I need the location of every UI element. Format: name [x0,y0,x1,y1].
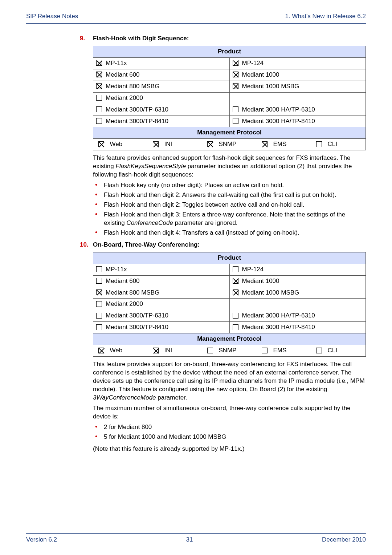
footer-center: 31 [186,536,193,544]
mgmt-checkbox-cell [148,139,162,150]
bullet-item: Flash Hook and then digit 3: Enters a th… [93,211,366,227]
checkbox-icon [153,141,159,147]
bullet-item: Flash Hook key only (no other digit): Pl… [93,181,366,190]
checkbox-icon [207,348,213,353]
product-cell: Mediant 2000 [93,299,230,310]
checkbox-icon [98,141,104,147]
page-header: SIP Release Notes 1. What's New in Relea… [26,12,366,24]
checkbox-icon [96,95,102,101]
mgmt-checkbox-cell [93,139,107,150]
header-right: 1. What's New in Release 6.2 [285,12,366,21]
checkbox-icon [233,106,238,112]
product-label: Mediant 1000 MSBG [242,83,299,90]
checkbox-icon [96,106,102,112]
bullet-item: 5 for Mediant 1000 and Mediant 1000 MSBG [93,433,366,441]
numbered-item: 9.Flash-Hook with Digit Sequence: [80,35,366,43]
checkbox-icon [153,348,159,353]
checkbox-icon [233,266,238,272]
product-label: Mediant 2000 [106,300,143,307]
product-cell: Mediant 3000/TP-6310 [93,104,230,116]
checkbox-icon [96,324,102,330]
item-number: 9. [80,35,93,43]
product-cell: MP-11x [93,57,230,69]
checkbox-icon [262,348,268,353]
item-title: Flash-Hook with Digit Sequence: [93,35,189,43]
bullet-item: 2 for Mediant 800 [93,423,366,432]
checkbox-icon [233,278,238,284]
checkbox-icon [96,60,102,66]
product-label: Mediant 3000 HA/TP-6310 [242,106,315,113]
mgmt-checkbox-cell [257,139,270,150]
product-label: MP-124 [242,266,264,273]
checkbox-icon [96,301,102,307]
product-cell: Mediant 3000 HA/TP-8410 [229,116,366,127]
mgmt-label: INI [162,345,203,356]
product-cell [229,299,366,310]
item-title: On-Board, Three-Way Conferencing: [93,241,200,249]
mgmt-label: CLI [325,139,366,150]
mgmt-checkbox-cell [202,139,216,150]
param-name: ConferenceCode [126,219,173,226]
mgmt-checkbox-cell [93,345,107,356]
note-paragraph: (Note that this feature is already suppo… [93,445,366,453]
product-label: Mediant 800 MSBG [106,289,159,296]
product-cell: Mediant 1000 MSBG [229,287,366,299]
product-cell: Mediant 600 [93,275,230,287]
product-label: Mediant 1000 MSBG [242,289,299,296]
mgmt-checkbox-cell [257,345,270,356]
numbered-item: 10.On-Board, Three-Way Conferencing: [80,241,366,249]
mgmt-label: INI [162,139,203,150]
body-paragraph: This feature provides support for on-boa… [93,360,366,402]
checkbox-icon [233,83,238,89]
checkbox-icon [316,348,322,353]
body-paragraph: The maximum number of simultaneous on-bo… [93,404,366,421]
product-label: Mediant 3000/TP-6310 [106,106,168,113]
product-label: Mediant 1000 [242,278,279,284]
product-cell: Mediant 600 [93,69,230,81]
product-cell: Mediant 3000/TP-8410 [93,116,230,127]
mgmt-checkbox-cell [311,345,325,356]
checkbox-icon [233,324,238,330]
product-cell: MP-124 [229,264,366,275]
product-label: Mediant 800 MSBG [106,83,159,90]
product-label: MP-11x [106,60,127,66]
product-label: Mediant 3000 HA/TP-8410 [242,118,315,125]
checkbox-icon [207,141,213,147]
product-label: Mediant 3000/TP-6310 [106,312,168,319]
product-label: Mediant 3000/TP-8410 [106,118,168,125]
product-cell: Mediant 3000/TP-8410 [93,322,230,333]
product-label: Mediant 1000 [242,71,279,78]
product-header: Product [93,252,366,264]
product-cell: MP-124 [229,57,366,69]
product-cell: Mediant 1000 [229,69,366,81]
checkbox-icon [96,83,102,89]
header-left: SIP Release Notes [26,12,78,21]
mgmt-label: SNMP [216,139,257,150]
bullet-list: 2 for Mediant 8005 for Mediant 1000 and … [93,423,366,441]
product-label: Mediant 3000 HA/TP-8410 [242,324,315,331]
param-name: 3WayConferenceMode [93,394,156,401]
checkbox-icon [233,313,238,319]
product-cell: Mediant 3000 HA/TP-6310 [229,104,366,116]
mgmt-header: Management Protocol [93,127,366,139]
product-cell: Mediant 800 MSBG [93,287,230,299]
mgmt-label: EMS [270,345,311,356]
product-label: MP-124 [242,60,264,66]
product-cell [229,92,366,104]
checkbox-icon [96,118,102,124]
checkbox-icon [233,118,238,124]
checkbox-icon [262,141,268,147]
mgmt-header: Management Protocol [93,333,366,345]
mgmt-label: EMS [270,139,311,150]
checkbox-icon [233,289,238,295]
product-cell: Mediant 3000 HA/TP-6310 [229,310,366,322]
product-label: Mediant 3000 HA/TP-6310 [242,312,315,319]
mgmt-label: SNMP [216,345,257,356]
mgmt-checkbox-cell [202,345,216,356]
product-table: ProductMP-11xMP-124Mediant 600Mediant 10… [93,252,366,357]
footer-left: Version 6.2 [26,536,57,544]
checkbox-icon [98,348,104,353]
product-label: Mediant 600 [106,71,140,78]
product-cell: Mediant 800 MSBG [93,81,230,92]
product-cell: Mediant 3000/TP-6310 [93,310,230,322]
